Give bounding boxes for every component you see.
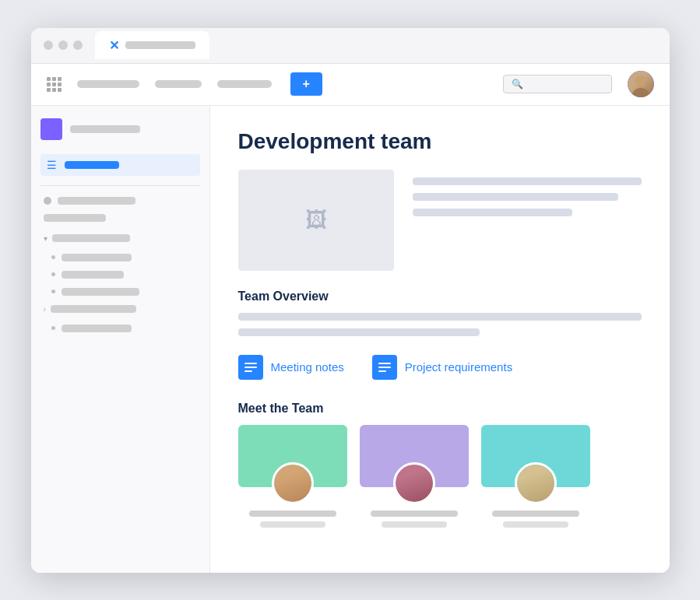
hero-line-2 (413, 193, 619, 201)
overview-line-1 (238, 313, 642, 321)
sidebar-sub-label-b (62, 271, 124, 279)
sidebar-sub-items-2 (48, 323, 200, 334)
sidebar-sub-item-3[interactable] (48, 286, 200, 297)
hero-line-3 (413, 209, 573, 216)
chevron-down-icon: ▾ (44, 234, 47, 243)
sidebar-active-label (65, 161, 119, 169)
team-card-3[interactable] (481, 425, 590, 528)
hero-line-1 (413, 177, 642, 185)
team-avatar-3 (515, 462, 557, 504)
traffic-lights (44, 40, 83, 50)
team-avatar-2 (393, 462, 435, 504)
team-member-role-1 (260, 521, 325, 528)
confluence-logo: ✕ (109, 38, 119, 53)
chevron-right-icon: › (44, 305, 46, 314)
list-icon: ☰ (47, 159, 57, 171)
page-title: Development team (238, 129, 642, 154)
meet-team-title: Meet the Team (238, 402, 642, 416)
workspace-label (70, 125, 140, 133)
user-avatar[interactable] (628, 71, 654, 97)
team-avatar-1 (272, 462, 314, 504)
workspace-icon (40, 118, 62, 140)
sidebar-sub-items-1 (48, 252, 200, 297)
sidebar: ☰ ▾ (31, 106, 210, 573)
doc-link-meeting-notes[interactable]: Meeting notes (238, 355, 344, 380)
sidebar-sub-item-1[interactable] (48, 252, 200, 263)
hero-image: 🖼 (238, 170, 394, 271)
sidebar-label-1 (58, 197, 135, 205)
avatar-image (628, 71, 654, 97)
team-member-name-1 (249, 511, 336, 517)
tab-title-placeholder (125, 41, 195, 49)
hero-section: 🖼 (238, 170, 642, 271)
sidebar-sub-item-4[interactable] (48, 323, 200, 334)
sidebar-workspace[interactable] (40, 118, 200, 140)
sidebar-dot-1 (44, 197, 51, 205)
nav-link-1[interactable] (77, 80, 139, 88)
team-card-bg-3 (481, 425, 590, 487)
sidebar-sub-label-a (62, 254, 132, 261)
team-card-2[interactable] (360, 425, 469, 528)
overview-line-2 (238, 328, 480, 336)
browser-window: ✕ + 🔍 (31, 28, 670, 573)
image-placeholder-icon: 🖼 (305, 207, 327, 233)
team-card-bg-1 (238, 425, 347, 487)
search-box[interactable]: 🔍 (503, 75, 612, 93)
active-tab[interactable]: ✕ (95, 31, 209, 59)
project-requirements-icon (372, 355, 397, 380)
page-content: Development team 🖼 Team Overview (210, 106, 670, 573)
sidebar-sub-label-1 (44, 214, 106, 222)
team-overview-title: Team Overview (238, 289, 642, 304)
sidebar-active-nav[interactable]: ☰ (40, 154, 200, 176)
team-member-role-3 (503, 521, 568, 528)
sidebar-item-1[interactable] (40, 195, 200, 206)
sidebar-sub-label-c (62, 288, 139, 296)
team-card-1[interactable] (238, 425, 347, 528)
team-card-bg-2 (360, 425, 469, 487)
maximize-button[interactable] (73, 40, 83, 50)
meeting-notes-label: Meeting notes (271, 360, 344, 374)
team-cards (238, 425, 642, 528)
meet-team-section: Meet the Team (238, 402, 642, 528)
project-requirements-label: Project requirements (405, 360, 512, 374)
nav-bar: + 🔍 (31, 64, 670, 106)
team-overview-section: Team Overview (238, 289, 642, 336)
close-button[interactable] (44, 40, 53, 50)
sidebar-collapsible-1[interactable]: ▾ (40, 233, 200, 244)
doc-links: Meeting notes Project requirements (238, 355, 642, 380)
nav-link-3[interactable] (217, 80, 272, 88)
title-bar: ✕ (31, 28, 670, 64)
team-member-name-3 (492, 511, 579, 517)
sidebar-collapse-label-1 (52, 234, 130, 242)
team-member-role-2 (382, 521, 447, 528)
sub-bullet-3 (51, 289, 55, 293)
sub-bullet-1 (51, 255, 55, 259)
team-member-name-2 (371, 511, 458, 517)
hero-text-area (413, 170, 642, 271)
create-button[interactable]: + (290, 72, 322, 96)
search-icon: 🔍 (512, 79, 523, 89)
sidebar-sub-item-2[interactable] (48, 269, 200, 280)
sub-bullet-2 (51, 272, 55, 276)
sidebar-collapse-label-2 (51, 305, 136, 313)
sidebar-sub-label-d (62, 325, 132, 332)
sidebar-collapsible-2[interactable]: › (40, 304, 200, 315)
tab-area: ✕ (95, 31, 209, 59)
minimize-button[interactable] (58, 40, 68, 50)
nav-link-2[interactable] (155, 80, 202, 88)
sub-bullet-4 (51, 326, 55, 330)
apps-grid-icon[interactable] (47, 77, 62, 92)
meeting-notes-icon (238, 355, 263, 380)
main-area: ☰ ▾ (31, 106, 670, 573)
sidebar-divider-1 (40, 185, 200, 186)
doc-link-project-requirements[interactable]: Project requirements (372, 355, 512, 380)
